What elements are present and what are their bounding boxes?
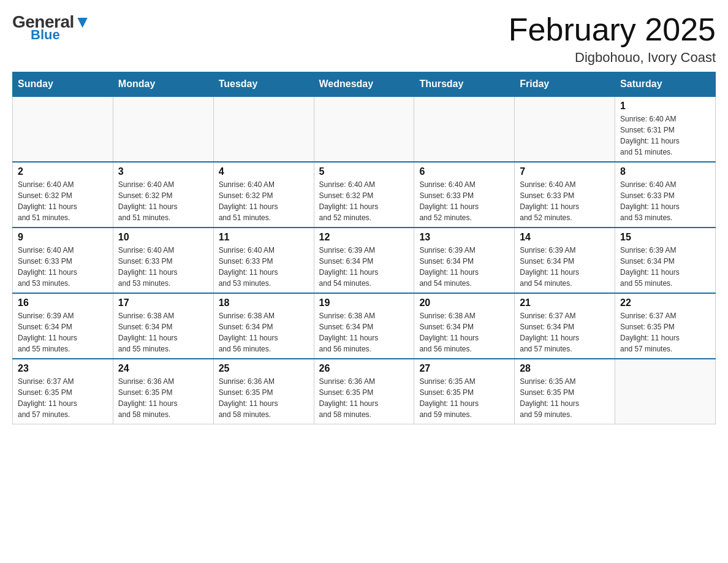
- location: Digbohouo, Ivory Coast: [509, 50, 716, 66]
- weekday-header-sunday: Sunday: [13, 72, 113, 97]
- calendar-cell: 10Sunrise: 6:40 AM Sunset: 6:33 PM Dayli…: [113, 228, 213, 293]
- calendar-cell: 13Sunrise: 6:39 AM Sunset: 6:34 PM Dayli…: [414, 228, 515, 293]
- logo-triangle-icon: ▼: [74, 12, 91, 31]
- weekday-header-monday: Monday: [113, 72, 213, 97]
- day-info: Sunrise: 6:37 AM Sunset: 6:34 PM Dayligh…: [520, 310, 610, 354]
- day-info: Sunrise: 6:37 AM Sunset: 6:35 PM Dayligh…: [620, 310, 710, 354]
- day-info: Sunrise: 6:40 AM Sunset: 6:33 PM Dayligh…: [118, 245, 208, 289]
- day-number: 9: [18, 232, 108, 243]
- day-number: 16: [18, 297, 108, 308]
- calendar-table: SundayMondayTuesdayWednesdayThursdayFrid…: [12, 72, 716, 424]
- day-info: Sunrise: 6:40 AM Sunset: 6:32 PM Dayligh…: [219, 179, 309, 223]
- calendar-cell: 23Sunrise: 6:37 AM Sunset: 6:35 PM Dayli…: [13, 359, 113, 424]
- calendar-cell: 24Sunrise: 6:36 AM Sunset: 6:35 PM Dayli…: [113, 359, 213, 424]
- day-number: 26: [319, 363, 409, 374]
- calendar-cell: 14Sunrise: 6:39 AM Sunset: 6:34 PM Dayli…: [515, 228, 615, 293]
- calendar-cell: 9Sunrise: 6:40 AM Sunset: 6:33 PM Daylig…: [13, 228, 113, 293]
- day-number: 27: [419, 363, 509, 374]
- day-number: 28: [520, 363, 610, 374]
- calendar-cell: [414, 96, 515, 162]
- calendar-cell: [213, 96, 314, 162]
- day-number: 2: [18, 166, 108, 177]
- day-number: 15: [620, 232, 710, 243]
- logo: General▼ Blue: [12, 12, 91, 43]
- calendar-cell: 6Sunrise: 6:40 AM Sunset: 6:33 PM Daylig…: [414, 162, 515, 228]
- calendar-cell: 2Sunrise: 6:40 AM Sunset: 6:32 PM Daylig…: [13, 162, 113, 228]
- day-number: 8: [620, 166, 710, 177]
- day-info: Sunrise: 6:40 AM Sunset: 6:31 PM Dayligh…: [620, 113, 710, 158]
- day-number: 13: [419, 232, 509, 243]
- day-info: Sunrise: 6:39 AM Sunset: 6:34 PM Dayligh…: [620, 245, 710, 289]
- logo-blue-text: Blue: [31, 27, 60, 43]
- calendar-cell: [615, 359, 716, 424]
- day-info: Sunrise: 6:39 AM Sunset: 6:34 PM Dayligh…: [319, 245, 409, 289]
- day-number: 25: [219, 363, 309, 374]
- calendar-cell: 5Sunrise: 6:40 AM Sunset: 6:32 PM Daylig…: [314, 162, 414, 228]
- day-info: Sunrise: 6:40 AM Sunset: 6:33 PM Dayligh…: [18, 245, 108, 289]
- day-number: 17: [118, 297, 208, 308]
- calendar-cell: 25Sunrise: 6:36 AM Sunset: 6:35 PM Dayli…: [213, 359, 314, 424]
- day-number: 19: [319, 297, 409, 308]
- day-info: Sunrise: 6:38 AM Sunset: 6:34 PM Dayligh…: [219, 310, 309, 354]
- calendar-cell: [314, 96, 414, 162]
- calendar-cell: 18Sunrise: 6:38 AM Sunset: 6:34 PM Dayli…: [213, 293, 314, 359]
- weekday-header-tuesday: Tuesday: [213, 72, 314, 97]
- day-info: Sunrise: 6:36 AM Sunset: 6:35 PM Dayligh…: [118, 376, 208, 420]
- calendar-cell: 8Sunrise: 6:40 AM Sunset: 6:33 PM Daylig…: [615, 162, 716, 228]
- calendar-cell: 3Sunrise: 6:40 AM Sunset: 6:32 PM Daylig…: [113, 162, 213, 228]
- day-info: Sunrise: 6:40 AM Sunset: 6:33 PM Dayligh…: [620, 179, 710, 223]
- day-number: 14: [520, 232, 610, 243]
- calendar-cell: 15Sunrise: 6:39 AM Sunset: 6:34 PM Dayli…: [615, 228, 716, 293]
- day-info: Sunrise: 6:40 AM Sunset: 6:33 PM Dayligh…: [419, 179, 509, 223]
- day-number: 7: [520, 166, 610, 177]
- day-info: Sunrise: 6:39 AM Sunset: 6:34 PM Dayligh…: [18, 310, 108, 354]
- title-section: February 2025 Digbohouo, Ivory Coast: [509, 12, 716, 66]
- month-title: February 2025: [509, 12, 716, 47]
- day-info: Sunrise: 6:37 AM Sunset: 6:35 PM Dayligh…: [18, 376, 108, 420]
- day-number: 5: [319, 166, 409, 177]
- day-number: 22: [620, 297, 710, 308]
- calendar-cell: 27Sunrise: 6:35 AM Sunset: 6:35 PM Dayli…: [414, 359, 515, 424]
- day-number: 4: [219, 166, 309, 177]
- day-number: 23: [18, 363, 108, 374]
- day-number: 11: [219, 232, 309, 243]
- calendar-cell: 26Sunrise: 6:36 AM Sunset: 6:35 PM Dayli…: [314, 359, 414, 424]
- calendar-cell: 4Sunrise: 6:40 AM Sunset: 6:32 PM Daylig…: [213, 162, 314, 228]
- day-info: Sunrise: 6:40 AM Sunset: 6:32 PM Dayligh…: [319, 179, 409, 223]
- day-info: Sunrise: 6:40 AM Sunset: 6:32 PM Dayligh…: [18, 179, 108, 223]
- calendar-cell: 28Sunrise: 6:35 AM Sunset: 6:35 PM Dayli…: [515, 359, 615, 424]
- day-info: Sunrise: 6:38 AM Sunset: 6:34 PM Dayligh…: [319, 310, 409, 354]
- calendar-cell: 12Sunrise: 6:39 AM Sunset: 6:34 PM Dayli…: [314, 228, 414, 293]
- calendar-cell: [13, 96, 113, 162]
- day-info: Sunrise: 6:36 AM Sunset: 6:35 PM Dayligh…: [219, 376, 309, 420]
- day-info: Sunrise: 6:35 AM Sunset: 6:35 PM Dayligh…: [419, 376, 509, 420]
- weekday-header-wednesday: Wednesday: [314, 72, 414, 97]
- calendar-cell: 17Sunrise: 6:38 AM Sunset: 6:34 PM Dayli…: [113, 293, 213, 359]
- day-number: 10: [118, 232, 208, 243]
- weekday-header-row: SundayMondayTuesdayWednesdayThursdayFrid…: [13, 72, 716, 97]
- week-row-4: 16Sunrise: 6:39 AM Sunset: 6:34 PM Dayli…: [13, 293, 716, 359]
- day-info: Sunrise: 6:38 AM Sunset: 6:34 PM Dayligh…: [419, 310, 509, 354]
- calendar-cell: 21Sunrise: 6:37 AM Sunset: 6:34 PM Dayli…: [515, 293, 615, 359]
- day-number: 20: [419, 297, 509, 308]
- calendar-cell: 20Sunrise: 6:38 AM Sunset: 6:34 PM Dayli…: [414, 293, 515, 359]
- day-number: 21: [520, 297, 610, 308]
- day-number: 24: [118, 363, 208, 374]
- week-row-5: 23Sunrise: 6:37 AM Sunset: 6:35 PM Dayli…: [13, 359, 716, 424]
- calendar-cell: [515, 96, 615, 162]
- weekday-header-thursday: Thursday: [414, 72, 515, 97]
- calendar-cell: [113, 96, 213, 162]
- week-row-1: 1Sunrise: 6:40 AM Sunset: 6:31 PM Daylig…: [13, 96, 716, 162]
- week-row-3: 9Sunrise: 6:40 AM Sunset: 6:33 PM Daylig…: [13, 228, 716, 293]
- day-info: Sunrise: 6:36 AM Sunset: 6:35 PM Dayligh…: [319, 376, 409, 420]
- page-header: General▼ Blue February 2025 Digbohouo, I…: [12, 12, 716, 66]
- day-info: Sunrise: 6:40 AM Sunset: 6:33 PM Dayligh…: [219, 245, 309, 289]
- day-info: Sunrise: 6:40 AM Sunset: 6:33 PM Dayligh…: [520, 179, 610, 223]
- day-info: Sunrise: 6:40 AM Sunset: 6:32 PM Dayligh…: [118, 179, 208, 223]
- day-number: 1: [620, 101, 710, 112]
- calendar-cell: 11Sunrise: 6:40 AM Sunset: 6:33 PM Dayli…: [213, 228, 314, 293]
- day-info: Sunrise: 6:39 AM Sunset: 6:34 PM Dayligh…: [419, 245, 509, 289]
- day-number: 3: [118, 166, 208, 177]
- day-number: 6: [419, 166, 509, 177]
- day-info: Sunrise: 6:39 AM Sunset: 6:34 PM Dayligh…: [520, 245, 610, 289]
